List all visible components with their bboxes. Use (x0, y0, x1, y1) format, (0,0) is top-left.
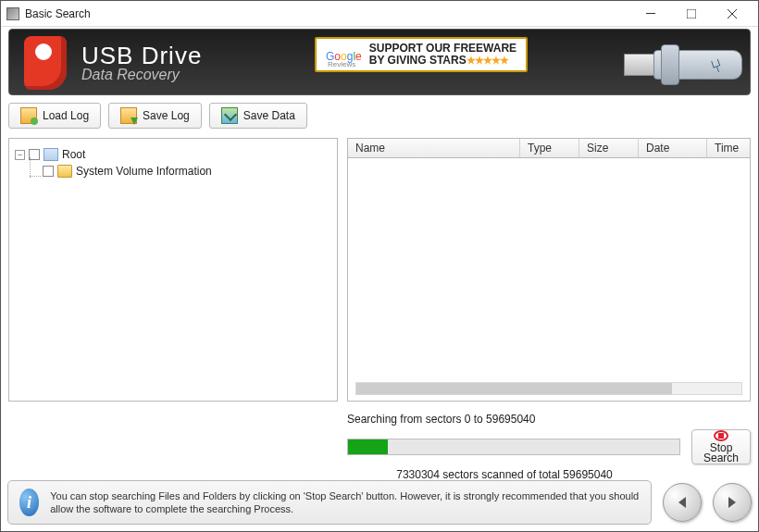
drive-icon (44, 148, 58, 161)
brand-line1: USB Drive (81, 42, 202, 70)
save-log-icon (120, 107, 137, 124)
folder-tree[interactable]: − Root System Volume Information (8, 138, 338, 402)
arrow-right-icon (725, 495, 740, 510)
product-logo-icon (17, 32, 76, 92)
app-icon (6, 7, 19, 20)
col-size[interactable]: Size (579, 139, 639, 157)
horizontal-scrollbar[interactable] (355, 382, 742, 395)
stars-icon: ★★★★★ (467, 55, 508, 66)
info-icon: i (19, 489, 39, 516)
reviews-label: Reviews (328, 60, 355, 68)
tree-child-label: System Volume Information (76, 165, 212, 178)
arrow-left-icon (675, 495, 690, 510)
ad-message: SUPPORT OUR FREEWARE BY GIVING STARS★★★★… (369, 43, 516, 67)
footer: i You can stop searching Files and Folde… (7, 480, 752, 525)
minimize-icon (646, 9, 655, 19)
google-review-ad[interactable]: Google Reviews SUPPORT OUR FREEWARE BY G… (315, 37, 528, 72)
file-list-pane: Name Type Size Date Time (347, 138, 751, 402)
save-log-label: Save Log (143, 109, 190, 122)
minimize-button[interactable] (630, 2, 671, 26)
next-button[interactable] (713, 483, 752, 522)
col-date[interactable]: Date (639, 139, 707, 157)
col-type[interactable]: Type (520, 139, 579, 157)
progress-bar (347, 439, 680, 455)
col-name[interactable]: Name (348, 139, 520, 157)
save-log-button[interactable]: Save Log (108, 103, 202, 129)
stop-search-button[interactable]: StopSearch (691, 429, 751, 464)
load-log-button[interactable]: Load Log (8, 103, 101, 129)
usb-drive-icon: ⑂ (613, 35, 742, 89)
info-text: You can stop searching Files and Folders… (50, 489, 640, 515)
progress-area: Searching from sectors 0 to 59695040 Sto… (347, 413, 751, 481)
checkbox[interactable] (43, 166, 54, 177)
collapse-icon[interactable]: − (15, 150, 25, 160)
info-box: i You can stop searching Files and Folde… (7, 480, 652, 525)
close-button[interactable] (712, 2, 753, 26)
file-list-body[interactable] (347, 158, 751, 402)
save-data-label: Save Data (243, 109, 295, 122)
svg-rect-1 (687, 9, 696, 19)
file-list-header: Name Type Size Date Time (347, 138, 751, 158)
header-banner: USB Drive Data Recovery Google Reviews S… (8, 29, 751, 95)
maximize-icon (687, 9, 696, 19)
maximize-button[interactable] (671, 2, 712, 26)
save-data-icon (221, 107, 238, 124)
tree-root-label: Root (62, 148, 85, 161)
col-time[interactable]: Time (707, 139, 750, 157)
progress-subtext: 7330304 sectors scanned of total 5969504… (347, 468, 662, 481)
save-data-button[interactable]: Save Data (209, 103, 307, 129)
svg-rect-0 (646, 13, 655, 14)
load-log-label: Load Log (43, 109, 89, 122)
progress-label: Searching from sectors 0 to 59695040 (347, 413, 751, 426)
progress-fill (348, 439, 388, 454)
load-log-icon (20, 107, 37, 124)
product-brand: USB Drive Data Recovery (81, 42, 202, 83)
back-button[interactable] (663, 483, 702, 522)
window-title: Basic Search (25, 7, 630, 20)
svg-marker-5 (728, 497, 736, 508)
scrollbar-thumb[interactable] (356, 383, 672, 394)
titlebar: Basic Search (1, 1, 758, 27)
folder-icon (57, 165, 72, 178)
toolbar: Load Log Save Log Save Data (8, 103, 751, 129)
svg-marker-4 (678, 497, 686, 508)
stop-icon (714, 430, 728, 441)
tree-node-root[interactable]: − Root (15, 146, 331, 163)
close-icon (728, 9, 737, 19)
tree-node-svi[interactable]: System Volume Information (43, 163, 331, 179)
